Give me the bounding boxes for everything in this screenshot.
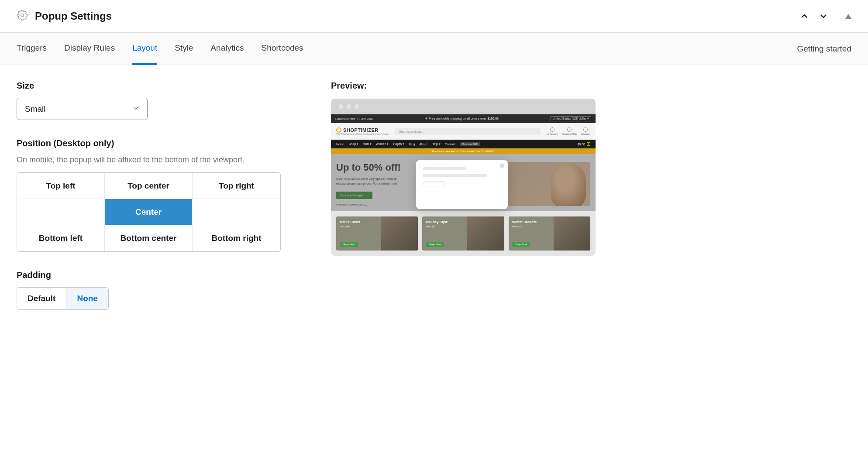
chevron-up-icon — [799, 11, 809, 21]
popup-preview — [416, 160, 508, 209]
tabs-bar: Triggers Display Rules Layout Style Anal… — [0, 33, 868, 65]
card-title: Winter Jackets — [512, 220, 587, 224]
card-price: from $50 — [426, 225, 500, 228]
nav-item: Contact — [445, 143, 455, 146]
position-grid: Top left Top center Top right Center Bot… — [17, 172, 281, 252]
panel-title: Popup Settings — [35, 10, 112, 22]
preview-site-header: SHOPTIMIZER The WooCommerce theme for sp… — [331, 123, 596, 140]
padding-label: Padding — [17, 270, 296, 280]
gear-icon — [17, 10, 28, 23]
size-label: Size — [17, 81, 296, 91]
nav-item: Men ▾ — [363, 142, 372, 146]
nav-item: Shop ▾ — [349, 142, 358, 146]
promo-card: Holiday Style from $50 Shop Now — [422, 216, 504, 251]
card-button: Shop Now — [426, 242, 444, 247]
tab-triggers[interactable]: Triggers — [17, 33, 47, 65]
customer-help-icon: Customer Help — [562, 127, 577, 135]
brand-logo: SHOPTIMIZER — [336, 127, 389, 133]
preview-frame: Call us toll free +1 789 2000 ✈ Free wor… — [331, 99, 596, 256]
preview-navbar: Home Shop ▾ Men ▾ Women ▾ Pages ▾ Blog A… — [331, 140, 596, 148]
card-price: from $60 — [512, 225, 587, 228]
card-button: Shop Now — [340, 242, 358, 247]
toggle-triangle-icon[interactable] — [845, 14, 851, 19]
topbar-phone: Call us toll free +1 789 2000 — [335, 117, 373, 120]
tab-display-rules[interactable]: Display Rules — [64, 33, 115, 65]
nav-item: Blog — [409, 143, 415, 146]
position-bottom-right[interactable]: Bottom right — [193, 225, 280, 251]
padding-none[interactable]: None — [66, 288, 108, 309]
flash-sale-bar: Flash sale unlocked ⚡ 25% off with code … — [331, 148, 596, 154]
my-account-icon: My Account — [547, 127, 558, 135]
position-bottom-center[interactable]: Bottom center — [105, 225, 193, 251]
position-empty — [193, 199, 280, 225]
position-label: Position (Desktop only) — [17, 138, 296, 148]
nav-item: About — [419, 143, 427, 146]
preview-hero: Up to 50% off! Don't miss out on some ve… — [331, 154, 596, 211]
window-dot-icon — [347, 104, 351, 109]
getting-started-link[interactable]: Getting started — [797, 44, 851, 54]
promo-card: Men's Shirts from $40 Shop Now — [336, 216, 418, 251]
position-top-left[interactable]: Top left — [17, 173, 105, 199]
logo-icon — [336, 127, 341, 133]
window-dot-icon — [339, 104, 343, 109]
hero-subtitle: Don't miss out on some very special item… — [336, 177, 415, 186]
position-top-center[interactable]: Top center — [105, 173, 193, 199]
cart-count-badge: 0 — [587, 142, 590, 146]
chevron-down-icon — [818, 11, 829, 21]
card-title: Holiday Style — [426, 220, 500, 224]
card-button: Shop Now — [512, 242, 530, 247]
checkout-icon: Checkout — [581, 127, 590, 135]
promo-card: Winter Jackets from $60 Shop Now — [509, 216, 590, 251]
brand-tagline: The WooCommerce theme for speed and conv… — [336, 133, 389, 135]
buy-now-badge: Buy now $49 — [460, 142, 480, 146]
padding-group: Default None — [17, 287, 109, 310]
position-center[interactable]: Center — [105, 199, 193, 225]
topbar-shipping: ✈ Free worldwide shipping on all orders … — [425, 117, 499, 120]
position-empty — [17, 199, 105, 225]
placeholder-line — [423, 174, 487, 177]
card-title: Men's Shirts — [340, 220, 414, 224]
position-top-right[interactable]: Top right — [193, 173, 280, 199]
padding-default[interactable]: Default — [17, 288, 66, 309]
position-bottom-left[interactable]: Bottom left — [17, 225, 105, 251]
window-dot-icon — [355, 104, 359, 109]
tab-analytics[interactable]: Analytics — [210, 33, 244, 65]
browser-bar — [331, 99, 596, 114]
card-price: from $40 — [340, 225, 414, 228]
cart-total: $0.000 — [577, 142, 590, 146]
placeholder-line — [423, 167, 466, 170]
preview-site: Call us toll free +1 789 2000 ✈ Free wor… — [331, 114, 596, 256]
placeholder-button — [423, 181, 445, 186]
nav-item: Pages ▾ — [393, 142, 404, 146]
size-select[interactable]: Small — [17, 98, 148, 120]
position-help: On mobile, the popup will be affixed to … — [17, 155, 296, 165]
collapse-up-button[interactable] — [798, 10, 810, 22]
svg-point-0 — [21, 14, 24, 17]
preview-cards: Men's Shirts from $40 Shop Now Holiday S… — [331, 211, 596, 256]
preview-label: Preview: — [331, 81, 851, 91]
tab-style[interactable]: Style — [175, 33, 193, 65]
nav-item: Women ▾ — [376, 142, 389, 146]
collapse-down-button[interactable] — [817, 10, 830, 22]
tab-shortcodes[interactable]: Shortcodes — [261, 33, 303, 65]
hero-cta-button: Pick up a bargain → — [336, 192, 372, 199]
currency-selector: United States (US) dollar ▾ — [551, 116, 591, 121]
preview-topbar: Call us toll free +1 789 2000 ✈ Free wor… — [331, 114, 596, 123]
panel-header: Popup Settings — [0, 0, 868, 33]
nav-item: Help ▾ — [432, 142, 441, 146]
close-icon — [500, 164, 504, 168]
tab-layout[interactable]: Layout — [132, 33, 157, 65]
preview-search: Search products... — [395, 128, 541, 135]
nav-item: Home — [336, 143, 344, 146]
